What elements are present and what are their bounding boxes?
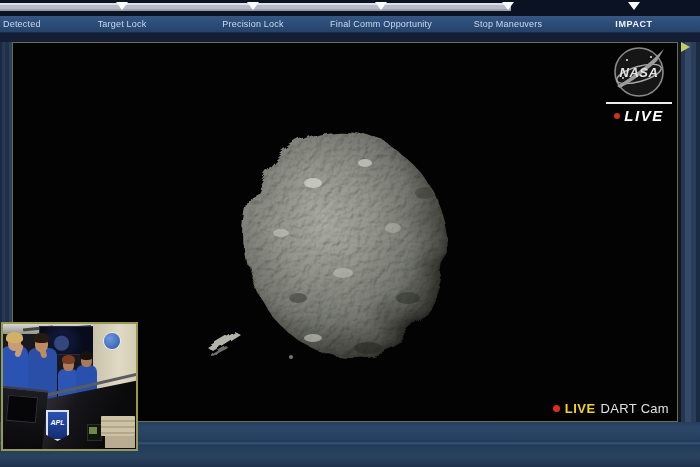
phase-marker-icon <box>628 2 640 10</box>
phase-label-impact: IMPACT <box>615 19 652 29</box>
live-badge: LIVE <box>624 107 663 124</box>
phase-label-target-lock: Target Lock <box>98 19 147 29</box>
apl-logo-text: APL <box>51 419 65 441</box>
wall-nasa-logo-icon <box>104 333 120 349</box>
person-1-hair <box>6 332 23 343</box>
console-monitor <box>6 395 38 424</box>
phase-label-precision-lock: Precision Lock <box>222 19 283 29</box>
nasa-divider-line <box>606 102 672 104</box>
person-4-hair <box>80 351 93 360</box>
corner-arrow-icon <box>681 42 690 52</box>
camera-live-label: LIVE <box>565 401 596 416</box>
broadcast-screen: Detected Target Lock Precision Lock Fina… <box>0 0 700 467</box>
phase-label-final-comm: Final Comm Opportunity <box>330 19 432 29</box>
pip-mission-control: APL <box>1 322 138 451</box>
laptop-screen <box>89 427 97 434</box>
phase-marker-icon <box>375 2 387 10</box>
phase-label-detected: Detected <box>3 19 41 29</box>
camera-live-dot-icon <box>553 405 560 412</box>
person-3-hair <box>62 355 75 364</box>
timeline-label-band: Detected Target Lock Precision Lock Fina… <box>0 16 700 33</box>
nasa-live-bug: NASA LIVE <box>604 44 674 124</box>
background-right-strip <box>678 0 700 467</box>
mission-timeline: Detected Target Lock Precision Lock Fina… <box>0 0 700 42</box>
desk-papers <box>101 416 135 436</box>
live-indicator-dot <box>614 113 620 119</box>
phase-label-stop-maneuvers: Stop Maneuvers <box>474 19 542 29</box>
phase-marker-icon <box>247 2 259 10</box>
apl-logo-shield: APL <box>46 410 69 441</box>
nasa-logo-icon: NASA <box>611 44 667 100</box>
camera-badge: LIVE DART Cam <box>553 401 669 416</box>
timeline-lower-band <box>0 33 700 42</box>
phase-marker-icon <box>116 2 128 10</box>
debris-fragment <box>206 330 239 356</box>
desk-papers <box>105 436 135 448</box>
phase-marker-icon <box>502 2 514 10</box>
person-2-hair <box>33 333 50 343</box>
camera-name: DART Cam <box>601 401 669 416</box>
nasa-wordmark: NASA <box>620 65 659 80</box>
